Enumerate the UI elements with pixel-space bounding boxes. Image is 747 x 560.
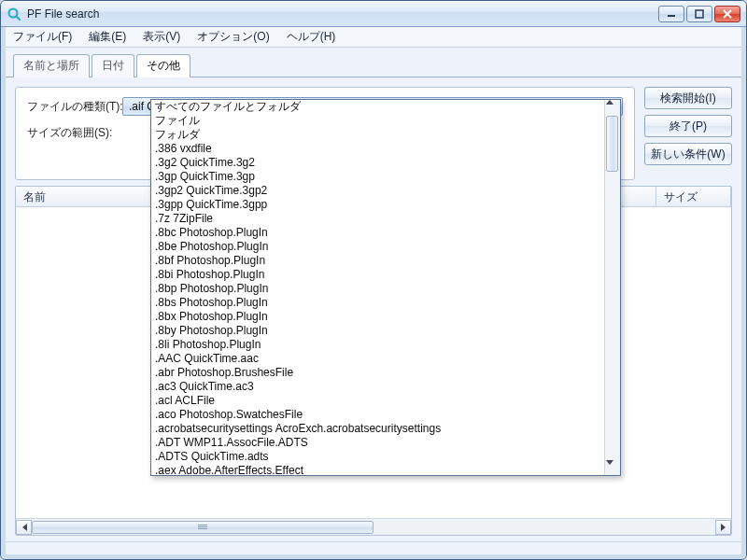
- menu-edit[interactable]: 編集(E): [89, 29, 126, 45]
- dropdown-option[interactable]: .8li Photoshop.PlugIn: [151, 338, 604, 352]
- title-bar[interactable]: PF File search: [1, 1, 746, 27]
- scroll-thumb-vertical[interactable]: [606, 116, 618, 172]
- svg-marker-8: [721, 524, 726, 531]
- dropdown-option[interactable]: .ac3 QuickTime.ac3: [151, 380, 604, 394]
- menu-option[interactable]: オプション(O): [197, 29, 269, 45]
- dropdown-option[interactable]: .acrobatsecuritysettings AcroExch.acroba…: [151, 422, 604, 436]
- status-bar: [6, 541, 741, 554]
- exit-button[interactable]: 終了(P): [644, 115, 732, 137]
- app-icon: [7, 7, 21, 21]
- dropdown-scrollbar[interactable]: [604, 100, 620, 475]
- scroll-track[interactable]: [32, 520, 715, 535]
- svg-marker-9: [606, 100, 613, 105]
- dropdown-option[interactable]: .3gpp QuickTime.3gpp: [151, 198, 604, 212]
- dropdown-option[interactable]: .ADT WMP11.AssocFile.ADTS: [151, 436, 604, 450]
- dropdown-option[interactable]: .8bf Photoshop.PlugIn: [151, 254, 604, 268]
- tab-name-location[interactable]: 名前と場所: [13, 54, 90, 77]
- dropdown-option[interactable]: .8bi Photoshop.PlugIn: [151, 268, 604, 282]
- dropdown-option[interactable]: .8bs Photoshop.PlugIn: [151, 296, 604, 310]
- dropdown-option[interactable]: .8bx Photoshop.PlugIn: [151, 310, 604, 324]
- minimize-button[interactable]: [658, 6, 684, 22]
- dropdown-option[interactable]: .acl ACLFile: [151, 394, 604, 408]
- dropdown-option[interactable]: .8bp Photoshop.PlugIn: [151, 282, 604, 296]
- tab-date[interactable]: 日付: [92, 54, 134, 77]
- dropdown-option[interactable]: .386 vxdfile: [151, 142, 604, 156]
- tab-strip: 名前と場所 日付 その他: [6, 48, 741, 77]
- dropdown-option[interactable]: .aco Photoshop.SwatchesFile: [151, 408, 604, 422]
- window-title: PF File search: [27, 7, 658, 21]
- size-range-label: サイズの範囲(S):: [27, 125, 117, 141]
- svg-marker-7: [22, 524, 27, 531]
- scroll-left-button[interactable]: [16, 520, 32, 535]
- window-buttons: [658, 6, 740, 22]
- svg-line-1: [17, 16, 21, 20]
- svg-rect-3: [696, 10, 703, 18]
- filetype-dropdown[interactable]: すべてのファイルとフォルダファイルフォルダ.386 vxdfile.3g2 Qu…: [150, 99, 621, 476]
- scroll-right-button[interactable]: [715, 520, 731, 535]
- dropdown-list[interactable]: すべてのファイルとフォルダファイルフォルダ.386 vxdfile.3g2 Qu…: [151, 100, 604, 475]
- dropdown-option[interactable]: .8be Photoshop.PlugIn: [151, 240, 604, 254]
- menu-file[interactable]: ファイル(F): [13, 29, 72, 45]
- search-start-button[interactable]: 検索開始(I): [644, 87, 732, 109]
- dropdown-option[interactable]: .3gp2 QuickTime.3gp2: [151, 184, 604, 198]
- dropdown-option[interactable]: .ADTS QuickTime.adts: [151, 450, 604, 464]
- filetype-label: ファイルの種類(T):: [27, 99, 117, 115]
- new-condition-button[interactable]: 新しい条件(W): [644, 143, 732, 165]
- tab-other[interactable]: その他: [136, 54, 190, 77]
- dropdown-option[interactable]: .abr Photoshop.BrushesFile: [151, 366, 604, 380]
- dropdown-option[interactable]: .3g2 QuickTime.3g2: [151, 156, 604, 170]
- menu-bar: ファイル(F) 編集(E) 表示(V) オプション(O) ヘルプ(H): [6, 27, 741, 48]
- dropdown-option[interactable]: .7z 7ZipFile: [151, 212, 604, 226]
- close-button[interactable]: [714, 6, 740, 22]
- column-size[interactable]: サイズ(Byte: [656, 187, 731, 206]
- dropdown-option[interactable]: .8bc Photoshop.PlugIn: [151, 226, 604, 240]
- scroll-up-button[interactable]: [606, 100, 620, 116]
- svg-marker-10: [606, 460, 613, 465]
- horizontal-scrollbar[interactable]: [16, 518, 731, 535]
- menu-help[interactable]: ヘルプ(H): [287, 29, 336, 45]
- dropdown-option[interactable]: すべてのファイルとフォルダ: [151, 100, 604, 114]
- menu-view[interactable]: 表示(V): [143, 29, 180, 45]
- dropdown-option[interactable]: .3gp QuickTime.3gp: [151, 170, 604, 184]
- scroll-track-vertical[interactable]: [605, 116, 620, 459]
- scroll-thumb[interactable]: [32, 521, 374, 534]
- scroll-down-button[interactable]: [606, 459, 620, 475]
- dropdown-option[interactable]: フォルダ: [151, 128, 604, 142]
- maximize-button[interactable]: [686, 6, 712, 22]
- dropdown-option[interactable]: .aex Adobe.AfterEffects.Effect: [151, 464, 604, 475]
- dropdown-option[interactable]: .8by Photoshop.PlugIn: [151, 324, 604, 338]
- action-buttons: 検索開始(I) 終了(P) 新しい条件(W): [644, 87, 732, 165]
- dropdown-option[interactable]: ファイル: [151, 114, 604, 128]
- dropdown-option[interactable]: .AAC QuickTime.aac: [151, 352, 604, 366]
